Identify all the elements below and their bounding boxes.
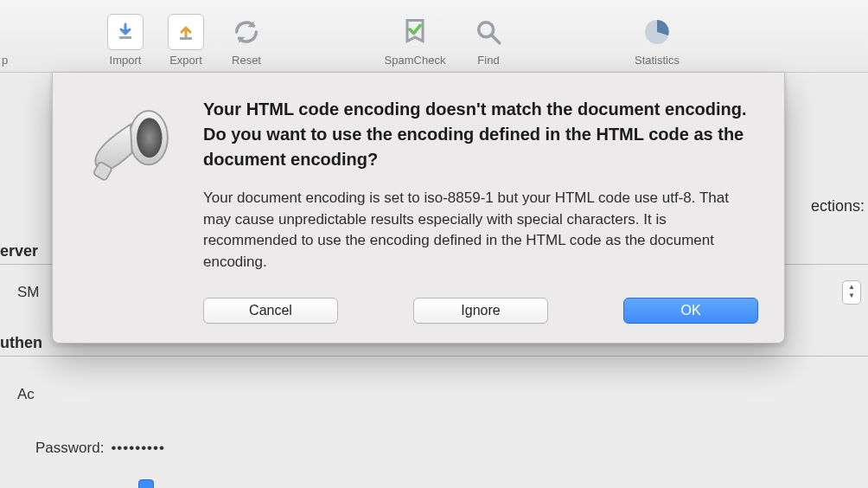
toolbar-item-import[interactable]: Import: [95, 0, 156, 67]
toolbar-label: Export: [169, 54, 202, 67]
megaphone-icon: [81, 102, 176, 197]
section-heading-text: uthen: [0, 334, 42, 351]
toolbar-item-find[interactable]: Find: [458, 0, 519, 67]
toolbar-label: p: [2, 54, 8, 67]
svg-rect-0: [119, 36, 131, 39]
toolbar-item-reset[interactable]: Reset: [216, 0, 277, 67]
ok-button[interactable]: OK: [623, 298, 758, 324]
svg-point-6: [137, 118, 162, 157]
spamcheck-icon: [397, 14, 433, 50]
connections-label: ections:: [811, 197, 865, 215]
statistics-icon: [639, 14, 675, 50]
toolbar-label: Reset: [232, 54, 261, 67]
dialog-message: Your document encoding is set to iso-885…: [203, 188, 760, 273]
encoding-dialog: Your HTML code encoding doesn't match th…: [52, 73, 785, 344]
svg-rect-1: [180, 37, 192, 40]
password-label: Password:: [35, 440, 104, 457]
import-icon: [107, 14, 144, 50]
toolbar: p Import Export Reset SpamCheck: [0, 0, 868, 73]
export-icon: [168, 14, 204, 50]
toolbar-item-prev[interactable]: p: [0, 0, 22, 67]
toolbar-item-statistics[interactable]: Statistics: [614, 0, 700, 67]
toolbar-item-export[interactable]: Export: [156, 0, 216, 67]
cancel-button[interactable]: Cancel: [203, 298, 338, 324]
toolbar-label: Import: [110, 54, 142, 67]
section-heading-text: erver: [0, 242, 38, 260]
toolbar-label: Statistics: [635, 54, 680, 67]
toolbar-item-spamcheck[interactable]: SpamCheck: [372, 0, 458, 67]
dialog-heading: Your HTML code encoding doesn't match th…: [203, 97, 760, 172]
dialog-icon-cell: [77, 97, 181, 273]
toolbar-label: SpamCheck: [385, 54, 446, 67]
find-icon: [470, 14, 507, 50]
toolbar-group-io: Import Export: [95, 0, 216, 67]
password-field[interactable]: •••••••••: [111, 440, 165, 457]
checkbox[interactable]: [138, 479, 154, 488]
ignore-button[interactable]: Ignore: [413, 298, 548, 324]
dialog-button-row: Cancel Ignore OK: [77, 298, 760, 324]
reset-icon: [228, 14, 265, 50]
connections-stepper[interactable]: ▲ ▼: [842, 280, 861, 305]
toolbar-label: Find: [477, 54, 499, 67]
row-label-smtp: SM: [17, 284, 40, 301]
row-label-account: Ac: [17, 386, 35, 403]
stepper-down-icon: ▼: [848, 292, 855, 301]
svg-line-3: [492, 35, 500, 43]
